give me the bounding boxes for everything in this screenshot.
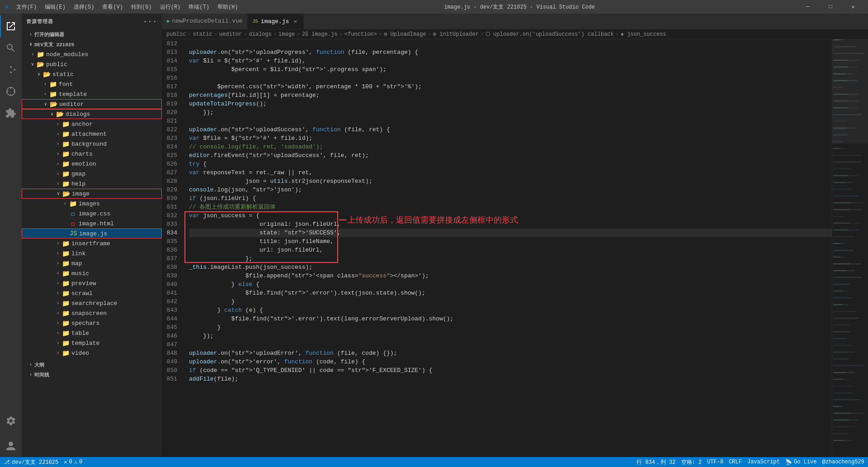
activity-debug[interactable] — [0, 81, 22, 102]
tree-item-dialogs[interactable]: ∨ 📂 dialogs — [22, 109, 162, 119]
menu-goto[interactable]: 转到(G) — [127, 2, 156, 12]
code-line: $percent = $li.find("str">'.progress spa… — [189, 65, 832, 74]
tree-item-music[interactable]: › 📁 music — [22, 268, 162, 278]
status-eol[interactable]: CRLF — [729, 459, 742, 465]
folder-icon: 📁 — [61, 319, 70, 327]
minimize-button[interactable]: ─ — [797, 0, 818, 14]
tree-item-snapscreen[interactable]: › 📁 snapscreen — [22, 308, 162, 318]
breadcrumb-item[interactable]: ⚙ initUploader — [433, 31, 479, 38]
tree-item-charts[interactable]: › 📁 charts — [22, 149, 162, 159]
code-area[interactable]: uploader.on("str">'uploadProgress', func… — [184, 39, 832, 457]
tree-item-spechars[interactable]: › 📁 spechars — [22, 318, 162, 328]
menu-run[interactable]: 运行(R) — [156, 2, 184, 12]
tree-item-image-css[interactable]: ◻ image.css — [22, 209, 162, 219]
tree-item-searchreplace[interactable]: › 📁 searchreplace — [22, 298, 162, 308]
menu-terminal[interactable]: 终端(T) — [185, 2, 213, 12]
breadcrumb-item[interactable]: ◈ json_success — [621, 31, 666, 38]
minimap[interactable] — [832, 39, 868, 457]
tree-item-image-html[interactable]: ◻ image.html — [22, 219, 162, 229]
breadcrumb-item[interactable]: dialogs — [249, 31, 271, 38]
tab-vue[interactable]: ◆ newProduceDetail.vue — [162, 14, 248, 29]
tree-item-map[interactable]: › 📁 map — [22, 258, 162, 268]
activity-search[interactable] — [0, 37, 22, 59]
tree-item-preview[interactable]: › 📁 preview — [22, 278, 162, 288]
tab-js[interactable]: JS image.js ✕ — [248, 14, 304, 29]
menu-help[interactable]: 帮助(H) — [214, 2, 242, 12]
code-line — [189, 117, 832, 125]
open-editors-section[interactable]: › 打开的编辑器 — [22, 29, 162, 39]
tree-item-emotion[interactable]: › 📁 emotion — [22, 159, 162, 169]
activity-extensions[interactable] — [0, 102, 22, 124]
sidebar-more-icon[interactable]: ··· — [143, 18, 157, 26]
code-editor[interactable]: 8128138148158168178188198208218228238248… — [162, 39, 832, 457]
status-errors[interactable]: ✕ 0 ⚠ 0 — [64, 459, 82, 466]
tree-item-help[interactable]: › 📁 help — [22, 179, 162, 189]
tree-item-template2[interactable]: › 📁 template — [22, 338, 162, 348]
status-branch[interactable]: ⎇ dev/支支 221025 — [4, 458, 58, 466]
breadcrumb-item[interactable]: <function> — [344, 31, 377, 38]
activity-git[interactable] — [0, 59, 22, 81]
tree-item-insertframe[interactable]: › 📁 insertframe — [22, 238, 162, 248]
activity-explorer[interactable] — [0, 15, 22, 37]
repo-section[interactable]: ∨ DEV支支 221025 — [22, 39, 162, 49]
tree-item-image[interactable]: ∨ 📂 image — [22, 189, 162, 199]
menu-edit[interactable]: 编辑(E) — [41, 2, 69, 12]
tree-item-font[interactable]: › 📁 font — [22, 79, 162, 89]
tree-item-image-js[interactable]: JS image.js — [22, 229, 162, 238]
repo-arrow: ∨ — [27, 41, 34, 48]
line-number: 824 — [162, 143, 181, 151]
line-number: 814 — [162, 57, 181, 65]
tree-item-ueditor[interactable]: ∨ 📂 ueditor — [22, 99, 162, 109]
status-golive[interactable]: 📡 Go Live — [785, 459, 816, 466]
tree-item-table[interactable]: › 📁 table — [22, 328, 162, 338]
folder-label: images — [79, 200, 100, 207]
tree-item-static[interactable]: ∨ 📂 static — [22, 69, 162, 79]
folder-arrow: › — [54, 170, 61, 177]
tree-item-background[interactable]: › 📁 background — [22, 139, 162, 149]
tree-item-template[interactable]: › 📁 template — [22, 89, 162, 99]
breadcrumb-item[interactable]: static — [193, 31, 212, 38]
tree-item-anchor[interactable]: › 📁 anchor — [22, 119, 162, 129]
status-user[interactable]: @zhaocheng529 — [822, 459, 864, 465]
line-number: 847 — [162, 340, 181, 349]
file-label: image.html — [79, 220, 114, 227]
menu-file[interactable]: 文件(F) — [13, 2, 41, 12]
breadcrumb-item[interactable]: JS image.js — [302, 31, 337, 38]
tree-item-public[interactable]: ∨ 📂 public — [22, 59, 162, 69]
status-language[interactable]: JavaScript — [747, 459, 780, 465]
line-number: 829 — [162, 186, 181, 194]
tree-item-scrawl[interactable]: › 📁 scrawl — [22, 288, 162, 298]
maximize-button[interactable]: □ — [820, 0, 841, 14]
line-number: 848 — [162, 349, 181, 357]
folder-arrow: ∨ — [29, 61, 36, 68]
breadcrumb-item[interactable]: public — [166, 31, 186, 38]
folder-arrow: › — [54, 260, 61, 267]
status-encoding[interactable]: UTF-8 — [707, 459, 723, 465]
activity-settings[interactable] — [0, 410, 22, 432]
status-position[interactable]: 行 834，列 32 — [637, 458, 675, 466]
line-number: 830 — [162, 194, 181, 203]
timeline-section[interactable]: › 时间线 — [22, 370, 162, 380]
tree-item-node-modules[interactable]: › 📁 node_modules — [22, 49, 162, 59]
folder-open-icon: 📂 — [56, 110, 64, 118]
breadcrumb-item[interactable]: ⚙ UploadImage — [384, 31, 426, 38]
outline-section[interactable]: › 大纲 — [22, 360, 162, 370]
menu-view[interactable]: 查看(V) — [99, 2, 127, 12]
activity-account[interactable] — [0, 435, 22, 457]
menu-select[interactable]: 选择(S) — [70, 2, 98, 12]
tree-item-video[interactable]: › 📁 video — [22, 348, 162, 358]
folder-arrow: › — [54, 290, 61, 297]
tree-item-attachment[interactable]: › 📁 attachment — [22, 129, 162, 139]
error-icon: ✕ — [64, 459, 67, 466]
tab-close-button[interactable]: ✕ — [292, 18, 299, 25]
breadcrumb-item[interactable]: image — [278, 31, 295, 38]
tree-item-images[interactable]: › 📁 images — [22, 199, 162, 209]
tree-item-gmap[interactable]: › 📁 gmap — [22, 169, 162, 179]
folder-arrow: › — [54, 270, 61, 277]
folder-arrow: ∨ — [35, 71, 42, 78]
close-button[interactable]: ✕ — [843, 0, 863, 14]
breadcrumb-item[interactable]: ueditor — [219, 31, 242, 38]
tree-item-link[interactable]: › 📁 link — [22, 248, 162, 258]
breadcrumb-item[interactable]: ⬡ uploader.on('uploadSuccess') callback — [486, 31, 614, 38]
status-spaces[interactable]: 空格: 2 — [681, 458, 702, 466]
